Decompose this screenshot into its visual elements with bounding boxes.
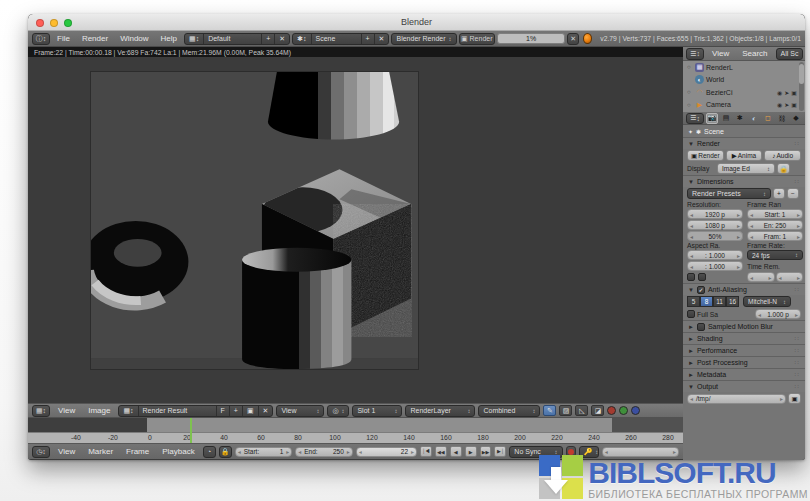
render-audio-button[interactable]: ♪ Audio xyxy=(764,150,801,161)
pin-icon[interactable]: ✦ xyxy=(688,128,693,135)
tab-world-icon[interactable]: ◐ xyxy=(748,113,760,124)
preset-remove-button[interactable]: − xyxy=(787,188,799,199)
green-channel-button[interactable] xyxy=(619,406,628,415)
panel-sampled-motion-blur-header[interactable]: ► Sampled Motion Blur xyxy=(683,320,805,332)
blue-channel-button[interactable] xyxy=(631,406,640,415)
timeline-menu-frame[interactable]: Frame xyxy=(121,447,154,456)
panel-render-header[interactable]: ▼ Render ∷ xyxy=(683,137,805,149)
image-paint-icon[interactable]: ✎ xyxy=(543,405,556,416)
scene-delete-button[interactable]: ✕ xyxy=(375,34,389,44)
aspect-y-field[interactable]: : 1.000 xyxy=(687,261,743,271)
visibility-eye-icon[interactable]: ◉ xyxy=(777,89,782,96)
jump-prev-keyframe-button[interactable]: ◀◀ xyxy=(435,446,447,457)
collapse-triangle-icon[interactable]: ► xyxy=(688,372,694,378)
collapse-triangle-icon[interactable]: ▼ xyxy=(688,179,694,185)
scene-selector[interactable]: ✱↕ Scene + ✕ xyxy=(292,33,389,45)
panel-grip-icon[interactable]: ∷ xyxy=(795,347,800,355)
red-channel-button[interactable] xyxy=(607,406,616,415)
panel-dimensions-header[interactable]: ▼ Dimensions ∷ xyxy=(683,175,805,187)
play-button[interactable]: ▶ xyxy=(465,446,477,457)
render-still-button[interactable]: ▣ Render xyxy=(687,150,724,161)
panel-post-processing-header[interactable]: ► Post Processing ∷ xyxy=(683,356,805,368)
jump-next-keyframe-button[interactable]: ▶▶ xyxy=(480,446,492,457)
preset-add-button[interactable]: + xyxy=(773,188,785,199)
panel-antialiasing-header[interactable]: ▼ ✓ Anti-Aliasing ∷ xyxy=(683,283,805,295)
timeline-ruler[interactable]: -40 -20 0 20 40 60 80 100 120 140 160 18… xyxy=(28,432,683,443)
time-remap-old-field[interactable] xyxy=(747,272,775,282)
image-menu-image[interactable]: Image xyxy=(83,406,115,415)
jump-to-start-button[interactable]: ⏐◀ xyxy=(420,446,432,457)
image-menu-view[interactable]: View xyxy=(53,406,80,415)
collapse-triangle-icon[interactable]: ▼ xyxy=(688,384,694,390)
panel-grip-icon[interactable]: ∷ xyxy=(795,286,800,294)
collapse-triangle-icon[interactable]: ► xyxy=(688,324,694,330)
full-sample-checkbox[interactable] xyxy=(687,310,695,318)
crop-checkbox[interactable] xyxy=(698,273,706,281)
editor-type-outliner-button[interactable]: ☰↕ xyxy=(686,48,704,60)
aa-filter-dropdown[interactable]: Mitchell-N↕ xyxy=(743,296,791,307)
aa-samples-16-button[interactable]: 16 xyxy=(726,296,739,307)
aa-size-field[interactable]: 1.000 p xyxy=(755,309,801,319)
screen-layout-add-button[interactable]: + xyxy=(262,34,275,44)
aa-samples-5-button[interactable]: 5 xyxy=(687,296,700,307)
menu-file[interactable]: File xyxy=(52,34,75,43)
panel-grip-icon[interactable]: ∷ xyxy=(795,178,800,186)
timeline-playhead[interactable] xyxy=(190,418,192,443)
resolution-percentage-slider[interactable]: 50% xyxy=(687,231,743,241)
scene-value[interactable]: Scene xyxy=(312,34,362,44)
panel-metadata-header[interactable]: ► Metadata ∷ xyxy=(683,368,805,380)
frame-end-field[interactable]: En: 250 xyxy=(747,220,803,230)
render-pass-dropdown[interactable]: Combined↕ xyxy=(478,405,540,417)
panel-grip-icon[interactable]: ∷ xyxy=(795,371,800,379)
renderable-camera-icon[interactable]: ▣ xyxy=(791,89,797,96)
editor-type-image-button[interactable]: ▦↕ xyxy=(32,405,50,417)
outliner-item-world[interactable]: ◐ World xyxy=(683,74,805,87)
editor-type-info-button[interactable]: ⓘ↕ xyxy=(32,33,50,45)
menu-window[interactable]: Window xyxy=(115,34,153,43)
resolution-y-field[interactable]: 1080 p xyxy=(687,220,743,230)
start-frame-field[interactable]: Start:1 xyxy=(235,447,293,457)
outliner-display-dropdown[interactable]: All Sc xyxy=(776,48,804,60)
tab-object-icon[interactable]: ◻ xyxy=(762,113,774,124)
border-checkbox[interactable] xyxy=(687,273,695,281)
display-dropdown[interactable]: Image Ed↕ xyxy=(717,163,775,174)
preview-range-icon[interactable]: ◔ xyxy=(203,446,216,458)
pivot-dropdown[interactable]: ◎↕ xyxy=(327,405,349,417)
disclosure-icon[interactable]: ○ xyxy=(687,64,693,70)
frame-step-field[interactable]: Fram: 1 xyxy=(747,231,803,241)
tab-scene-icon[interactable]: ✱ xyxy=(734,113,746,124)
disclosure-icon[interactable]: ○ xyxy=(687,89,693,95)
panel-shading-header[interactable]: ► Shading ∷ xyxy=(683,332,805,344)
zbuffer-icon[interactable]: ◪ xyxy=(591,405,604,416)
panel-grip-icon[interactable]: ∷ xyxy=(795,335,800,343)
screen-layout-value[interactable]: Default xyxy=(204,34,262,44)
unlink-image-button[interactable]: ✕ xyxy=(259,406,273,416)
tab-render-icon[interactable]: 📷 xyxy=(706,113,718,124)
outliner-item-renderlayers[interactable]: ○ ▦ RenderL xyxy=(683,61,805,74)
panel-output-header[interactable]: ▼ Output ∷ xyxy=(683,380,805,392)
render-engine-dropdown[interactable]: Blender Render↕ xyxy=(391,33,456,45)
outliner-scrollbar[interactable] xyxy=(799,62,804,111)
output-path-field[interactable]: /tmp/ xyxy=(687,394,786,404)
tab-data-icon[interactable]: ◆ xyxy=(790,113,802,124)
panel-grip-icon[interactable]: ∷ xyxy=(795,359,800,367)
render-presets-dropdown[interactable]: Render Presets↕ xyxy=(687,188,771,199)
collapse-triangle-icon[interactable]: ▼ xyxy=(688,287,694,293)
lock-icon[interactable]: 🔒 xyxy=(219,446,232,458)
timeline-menu-playback[interactable]: Playback xyxy=(157,447,199,456)
end-frame-field[interactable]: End:250 xyxy=(295,447,353,457)
aa-samples-8-button[interactable]: 8 xyxy=(700,296,713,307)
selectable-cursor-icon[interactable]: ➤ xyxy=(784,89,789,96)
editor-type-timeline-button[interactable]: ◷↕ xyxy=(32,446,50,458)
new-image-button[interactable]: + xyxy=(230,406,243,416)
motion-blur-checkbox[interactable] xyxy=(697,323,705,331)
disclosure-icon[interactable]: ○ xyxy=(687,102,693,108)
cancel-render-button[interactable]: ✕ xyxy=(567,33,579,45)
alpha-only-icon[interactable]: ◺ xyxy=(575,405,588,416)
image-datablock[interactable]: ▦↕ Render Result F + ▣ ✕ xyxy=(118,405,273,417)
current-frame-field[interactable]: 22 xyxy=(356,447,417,457)
visibility-eye-icon[interactable]: ◉ xyxy=(777,101,782,108)
render-animation-button[interactable]: ▶ Anima xyxy=(726,150,763,161)
menu-render[interactable]: Render xyxy=(77,34,113,43)
timeline-menu-marker[interactable]: Marker xyxy=(83,447,118,456)
